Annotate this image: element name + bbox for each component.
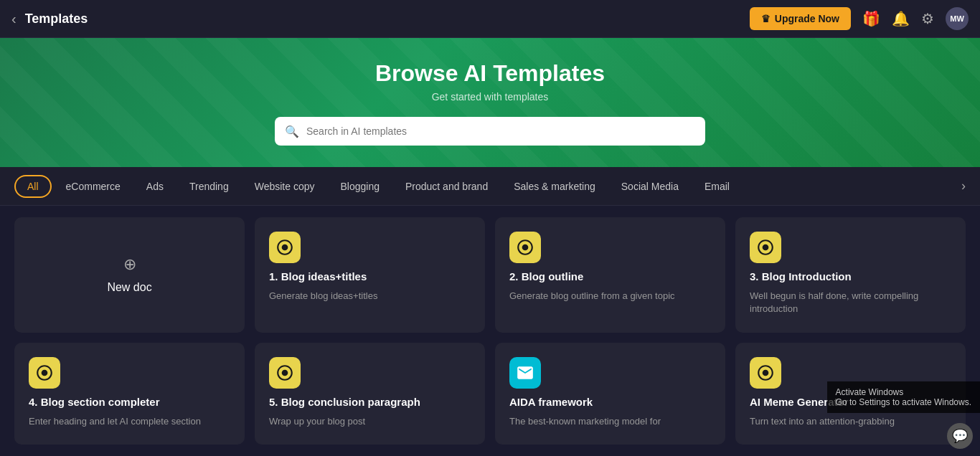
template-card-blog-intro[interactable]: 3. Blog Introduction Well begun is half …: [735, 217, 966, 333]
svg-point-5: [763, 369, 769, 376]
template-card-blog-ideas[interactable]: 1. Blog ideas+titles Generate blog ideas…: [255, 217, 485, 333]
app-header: ‹ Templates ♛ Upgrade Now 🎁 🔔 ⚙ MW: [0, 0, 980, 38]
card-title: 1. Blog ideas+titles: [269, 270, 471, 282]
card-desc: Wrap up your blog post: [269, 415, 471, 428]
tab-blogging[interactable]: Blogging: [329, 175, 391, 198]
card-title: AI Meme Generator: [750, 396, 951, 408]
back-button[interactable]: ‹: [11, 11, 17, 27]
template-icon-blog-ideas: [269, 232, 301, 263]
template-card-aida[interactable]: AIDA framework The best-known marketing …: [495, 343, 725, 445]
tab-ecommerce[interactable]: eCommerce: [55, 175, 132, 198]
settings-icon[interactable]: ⚙: [921, 10, 934, 27]
svg-point-2: [763, 244, 769, 251]
header-actions: ♛ Upgrade Now 🎁 🔔 ⚙ MW: [750, 7, 969, 30]
crown-icon: ♛: [761, 13, 771, 24]
svg-point-1: [522, 244, 529, 251]
card-title: AIDA framework: [509, 396, 711, 408]
template-icon-blog-intro: [750, 232, 781, 263]
tab-product-brand[interactable]: Product and brand: [394, 175, 499, 198]
tab-social-media[interactable]: Social Media: [610, 175, 690, 198]
page-title: Templates: [25, 11, 750, 27]
search-input[interactable]: [275, 117, 705, 146]
svg-point-0: [282, 244, 288, 251]
search-icon: 🔍: [285, 124, 299, 138]
cards-grid: ⊕ New doc 1. Blog ideas+titles Generate …: [0, 206, 980, 456]
card-desc: Generate blog outline from a given topic: [509, 290, 711, 303]
banner-section: Browse AI Templates Get started with tem…: [0, 38, 980, 167]
bell-icon[interactable]: 🔔: [892, 10, 910, 27]
tab-ads[interactable]: Ads: [135, 175, 175, 198]
template-card-blog-outline[interactable]: 2. Blog outline Generate blog outline fr…: [495, 217, 725, 333]
banner-subtitle: Get started with templates: [432, 91, 549, 103]
new-doc-label: New doc: [107, 281, 151, 294]
template-card-blog-conclusion[interactable]: 5. Blog conclusion paragraph Wrap up you…: [255, 343, 485, 445]
card-desc: Well begun is half done, write compellin…: [750, 290, 951, 315]
tab-sales-marketing[interactable]: Sales & marketing: [502, 175, 607, 198]
card-title: 2. Blog outline: [509, 270, 711, 282]
tab-website-copy[interactable]: Website copy: [243, 175, 326, 198]
template-icon-aida: [509, 357, 541, 389]
category-bar: All eCommerce Ads Trending Website copy …: [0, 167, 980, 206]
plus-circle-icon: ⊕: [123, 255, 136, 274]
card-title: 5. Blog conclusion paragraph: [269, 396, 471, 408]
avatar[interactable]: MW: [946, 7, 969, 30]
avatar-label: MW: [950, 14, 964, 23]
template-card-meme[interactable]: AI Meme Generator Turn text into an atte…: [735, 343, 966, 445]
template-icon-meme: [750, 357, 781, 389]
tab-all[interactable]: All: [14, 175, 52, 198]
template-card-blog-section[interactable]: 4. Blog section completer Enter heading …: [14, 343, 245, 445]
tab-trending[interactable]: Trending: [178, 175, 240, 198]
banner-title: Browse AI Templates: [375, 60, 605, 87]
gift-icon[interactable]: 🎁: [862, 10, 880, 27]
new-doc-card[interactable]: ⊕ New doc: [14, 217, 245, 333]
template-icon-blog-conclusion: [269, 357, 301, 389]
chevron-right-icon[interactable]: ›: [961, 179, 966, 194]
upgrade-button[interactable]: ♛ Upgrade Now: [750, 7, 851, 30]
card-title: 3. Blog Introduction: [750, 270, 951, 282]
card-desc: Generate blog ideas+titles: [269, 290, 471, 303]
card-title: 4. Blog section completer: [29, 396, 230, 408]
search-bar: 🔍: [275, 117, 705, 146]
card-desc: The best-known marketing model for: [509, 415, 711, 428]
upgrade-label: Upgrade Now: [775, 13, 839, 24]
card-desc: Turn text into an attention-grabbing: [750, 415, 951, 428]
tab-email[interactable]: Email: [693, 175, 741, 198]
svg-point-4: [282, 369, 288, 376]
template-icon-blog-section: [29, 357, 60, 389]
chat-bubble-button[interactable]: 💬: [947, 423, 973, 449]
card-desc: Enter heading and let AI complete sectio…: [29, 415, 230, 428]
template-icon-blog-outline: [509, 232, 541, 263]
svg-point-3: [42, 369, 48, 376]
